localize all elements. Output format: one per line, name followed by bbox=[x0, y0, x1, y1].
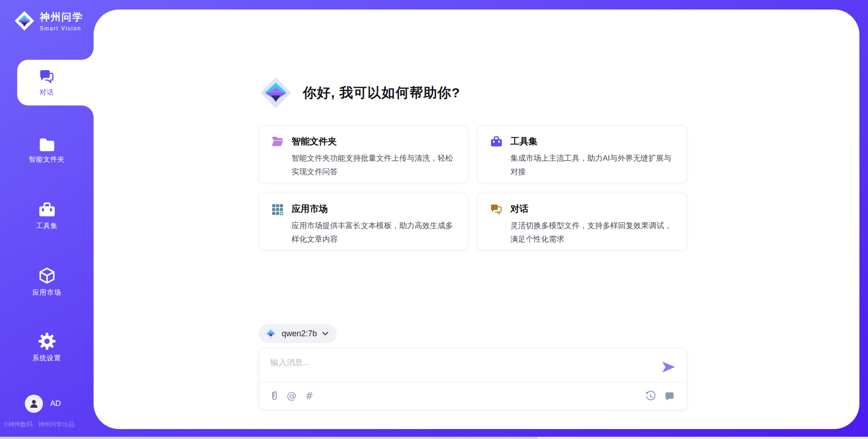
model-selector[interactable]: qwen2:7b bbox=[259, 324, 337, 343]
active-tab-background bbox=[17, 60, 94, 105]
tab-curve-bottom bbox=[82, 105, 94, 117]
main-content: 你好, 我可以如何帮助你? 智能文件夹 智能文件夹功能支持批量文件上传与清洗，轻… bbox=[259, 10, 687, 429]
sidebar-item-label: 对话 bbox=[40, 88, 54, 97]
attach-file-button[interactable] bbox=[271, 391, 278, 401]
hash-icon: # bbox=[305, 391, 313, 401]
card-toolset[interactable]: 工具集 集成市场上主流工具，助力AI与外界无缝扩展与对接 bbox=[477, 125, 687, 183]
diamond-logo-icon bbox=[14, 10, 35, 32]
card-description: 智能文件夹功能支持批量文件上传与清洗，轻松实现文件问答 bbox=[292, 152, 457, 179]
main-panel: 你好, 我可以如何帮助你? 智能文件夹 智能文件夹功能支持批量文件上传与清洗，轻… bbox=[94, 10, 859, 429]
model-logo-icon bbox=[265, 328, 277, 339]
scrollbar-thumb[interactable] bbox=[0, 437, 538, 439]
greeting: 你好, 我可以如何帮助你? bbox=[259, 76, 687, 110]
paperclip-icon bbox=[271, 391, 278, 401]
sidebar-item-label: 智能文件夹 bbox=[29, 155, 65, 164]
topic-button[interactable]: # bbox=[305, 391, 313, 401]
card-title: 对话 bbox=[510, 203, 676, 215]
user-profile[interactable]: AD bbox=[25, 395, 61, 413]
send-icon bbox=[661, 361, 676, 373]
greeting-title: 你好, 我可以如何帮助你? bbox=[303, 84, 460, 102]
composer-toolbar: @ # bbox=[259, 382, 687, 410]
card-title: 应用市场 bbox=[292, 203, 457, 215]
message-composer: @ # bbox=[259, 348, 687, 410]
sidebar-item-label: 系统设置 bbox=[33, 354, 61, 363]
sidebar-item-label: 工具集 bbox=[36, 222, 58, 230]
card-title: 智能文件夹 bbox=[292, 135, 457, 148]
brand-subtitle: Smart Vision bbox=[40, 25, 83, 32]
sidebar-item-label: 应用市场 bbox=[33, 288, 61, 297]
history-button[interactable] bbox=[645, 391, 656, 401]
card-app-market[interactable]: 应用市场 应用市场提供丰富长文本模板，助力高效生成多样化文章内容 bbox=[259, 193, 468, 250]
card-description: 集成市场上主流工具，助力AI与外界无缝扩展与对接 bbox=[510, 152, 676, 179]
gear-icon bbox=[38, 333, 56, 350]
model-name: qwen2:7b bbox=[282, 329, 317, 339]
card-chat[interactable]: 对话 灵活切换多模型文件，支持多样回复效果调试，满足个性化需求 bbox=[477, 193, 687, 250]
sidebar-item-chat[interactable]: 对话 bbox=[0, 60, 94, 105]
chat-bubble-icon bbox=[664, 391, 675, 401]
sidebar-item-smart-folder[interactable]: 智能文件夹 bbox=[0, 130, 94, 171]
sidebar-item-settings[interactable]: 系统设置 bbox=[0, 327, 94, 368]
chat-icon bbox=[39, 69, 55, 84]
brand-name: 神州问学 bbox=[40, 10, 83, 24]
horizontal-scrollbar[interactable] bbox=[0, 437, 868, 439]
cube-icon bbox=[39, 267, 55, 284]
sidebar-item-toolset[interactable]: 工具集 bbox=[0, 196, 94, 237]
app-grid-icon bbox=[272, 204, 283, 215]
avatar bbox=[25, 395, 43, 413]
assistant-logo-icon bbox=[259, 76, 293, 110]
briefcase-icon bbox=[38, 202, 56, 218]
sidebar: 神州问学 Smart Vision 对话 智能文件夹 工具集 bbox=[0, 0, 94, 439]
mention-button[interactable]: @ bbox=[287, 391, 297, 401]
chat-icon bbox=[491, 204, 502, 215]
folder-icon bbox=[39, 138, 55, 151]
person-icon bbox=[29, 399, 39, 409]
message-input[interactable] bbox=[259, 348, 687, 382]
tab-curve-top bbox=[82, 48, 94, 60]
card-smart-folder[interactable]: 智能文件夹 智能文件夹功能支持批量文件上传与清洗，轻松实现文件问答 bbox=[259, 125, 468, 183]
user-name: AD bbox=[50, 399, 61, 408]
chevron-down-icon bbox=[322, 331, 329, 336]
history-icon bbox=[645, 391, 656, 401]
send-button[interactable] bbox=[661, 360, 676, 375]
card-description: 应用市场提供丰富长文本模板，助力高效生成多样化文章内容 bbox=[292, 219, 457, 246]
copyright-footer: ©神州数码 · 神州问学出品 bbox=[4, 420, 94, 429]
card-description: 灵活切换多模型文件，支持多样回复效果调试，满足个性化需求 bbox=[510, 219, 676, 246]
feature-cards: 智能文件夹 智能文件夹功能支持批量文件上传与清洗，轻松实现文件问答 工具集 集成… bbox=[259, 125, 687, 250]
at-icon: @ bbox=[287, 391, 297, 401]
card-title: 工具集 bbox=[510, 135, 676, 148]
conversation-button[interactable] bbox=[664, 391, 675, 401]
sidebar-item-app-market[interactable]: 应用市场 bbox=[0, 262, 94, 302]
briefcase-icon bbox=[491, 136, 502, 147]
app-logo: 神州问学 Smart Vision bbox=[14, 10, 83, 32]
folder-open-icon bbox=[272, 136, 283, 146]
